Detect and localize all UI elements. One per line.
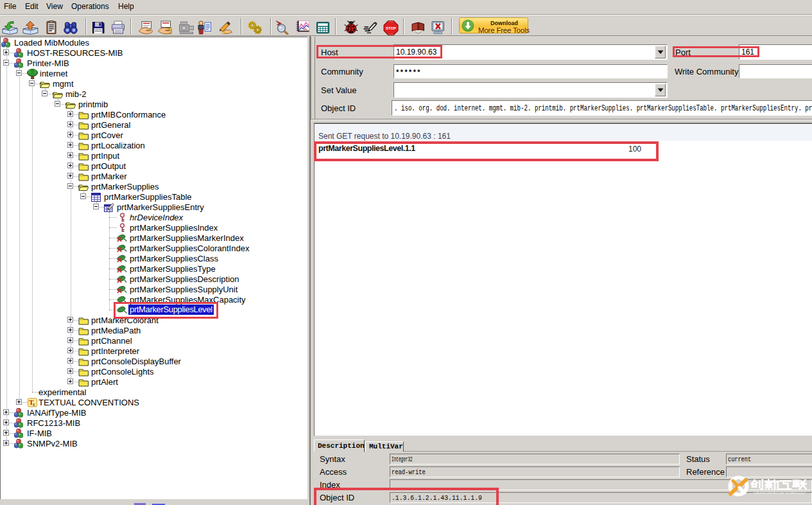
- svg-text:CHUANGXIN HULIAN TECHNOLOGY: CHUANGXIN HULIAN TECHNOLOGY: [754, 491, 806, 495]
- svg-text:c: c: [33, 402, 35, 407]
- svg-text:STOP: STOP: [386, 26, 396, 30]
